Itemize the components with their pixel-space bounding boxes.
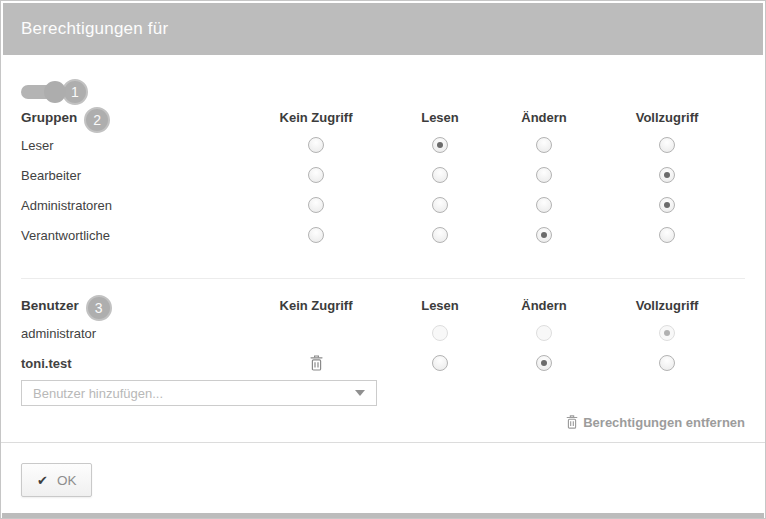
- remove-permissions-row: Berechtigungen entfernen: [21, 414, 745, 430]
- user-name: administrator: [21, 326, 251, 341]
- trash-icon: [310, 355, 323, 371]
- radio-aendern[interactable]: [536, 137, 552, 153]
- groups-header-row: Gruppen 2 Kein Zugriff Lesen Ändern Voll…: [21, 104, 745, 130]
- group-row-administratoren: Administratoren: [21, 190, 745, 220]
- inherit-toggle-row: 1: [21, 80, 745, 104]
- radio-lesen[interactable]: [432, 355, 448, 371]
- user-row-toni-test: toni.test: [21, 348, 745, 378]
- column-header-vollzugriff: Vollzugriff: [589, 298, 745, 313]
- column-header-aendern: Ändern: [499, 110, 589, 125]
- radio-kein-zugriff[interactable]: [308, 137, 324, 153]
- radio-vollzugriff[interactable]: [659, 197, 675, 213]
- group-row-bearbeiter: Bearbeiter: [21, 160, 745, 190]
- radio-aendern: [536, 325, 552, 341]
- group-name: Bearbeiter: [21, 168, 251, 183]
- radio-aendern[interactable]: [536, 167, 552, 183]
- chevron-down-icon[interactable]: [355, 390, 365, 396]
- radio-lesen[interactable]: [432, 227, 448, 243]
- user-row-administrator: administrator: [21, 318, 745, 348]
- radio-vollzugriff[interactable]: [659, 137, 675, 153]
- add-user-input[interactable]: [33, 386, 355, 401]
- dialog-bottom-edge: [2, 513, 764, 518]
- group-row-verantwortliche: Verantwortliche: [21, 220, 745, 250]
- radio-lesen[interactable]: [432, 137, 448, 153]
- radio-vollzugriff: [659, 325, 675, 341]
- radio-vollzugriff[interactable]: [659, 167, 675, 183]
- toggle-knob[interactable]: [44, 81, 66, 103]
- section-divider: [21, 278, 745, 279]
- column-header-vollzugriff: Vollzugriff: [589, 110, 745, 125]
- group-name: Administratoren: [21, 198, 251, 213]
- radio-aendern[interactable]: [536, 197, 552, 213]
- trash-icon: [566, 415, 578, 429]
- groups-section-label: Gruppen: [21, 110, 77, 125]
- permissions-toggle[interactable]: [21, 81, 67, 103]
- column-header-kein-zugriff: Kein Zugriff: [251, 298, 381, 313]
- dialog-title: Berechtigungen für: [21, 19, 168, 39]
- ok-button[interactable]: ✔ OK: [21, 463, 92, 497]
- users-header-row: Benutzer 3 Kein Zugriff Lesen Ändern Vol…: [21, 292, 745, 318]
- users-section-label: Benutzer: [21, 298, 79, 313]
- radio-vollzugriff[interactable]: [659, 355, 675, 371]
- delete-user-button[interactable]: [310, 355, 323, 371]
- column-header-aendern: Ändern: [499, 298, 589, 313]
- radio-lesen: [432, 325, 448, 341]
- radio-vollzugriff[interactable]: [659, 227, 675, 243]
- radio-kein-zugriff[interactable]: [308, 197, 324, 213]
- radio-lesen[interactable]: [432, 197, 448, 213]
- radio-kein-zugriff[interactable]: [308, 167, 324, 183]
- dialog-header: Berechtigungen für: [3, 3, 763, 55]
- radio-aendern[interactable]: [536, 355, 552, 371]
- group-name: Leser: [21, 138, 251, 153]
- radio-aendern[interactable]: [536, 227, 552, 243]
- group-name: Verantwortliche: [21, 228, 251, 243]
- permissions-dialog: Berechtigungen für 1 Gruppen 2 Kein Zugr…: [0, 0, 766, 519]
- ok-label: OK: [57, 473, 77, 488]
- step-badge-2: 2: [84, 107, 110, 133]
- dialog-body: 1 Gruppen 2 Kein Zugriff Lesen Ändern Vo…: [1, 80, 765, 430]
- radio-lesen[interactable]: [432, 167, 448, 183]
- group-row-leser: Leser: [21, 130, 745, 160]
- user-name: toni.test: [21, 356, 251, 371]
- remove-permissions-label: Berechtigungen entfernen: [583, 415, 745, 430]
- column-header-lesen: Lesen: [381, 298, 499, 313]
- remove-permissions-link[interactable]: Berechtigungen entfernen: [566, 414, 745, 430]
- radio-kein-zugriff[interactable]: [308, 227, 324, 243]
- add-user-dropdown[interactable]: [21, 380, 377, 406]
- check-icon: ✔: [37, 473, 48, 488]
- step-badge-3: 3: [86, 295, 112, 321]
- column-header-lesen: Lesen: [381, 110, 499, 125]
- dialog-footer: ✔ OK: [1, 442, 765, 514]
- column-header-kein-zugriff: Kein Zugriff: [251, 110, 381, 125]
